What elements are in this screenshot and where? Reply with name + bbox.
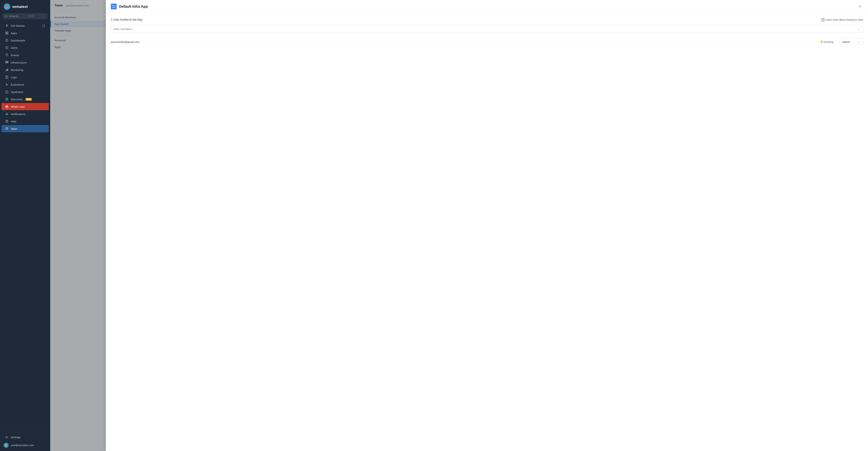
sidebar-item-label: Infrastructure xyxy=(11,61,27,64)
progress-icon xyxy=(42,24,45,27)
logo-icon: 🐙 xyxy=(4,3,10,10)
svg-rect-7 xyxy=(7,32,8,33)
synthetics-icon xyxy=(5,90,9,94)
help-circle-icon: ? xyxy=(822,18,825,21)
sidebar-item-label: Get Started xyxy=(11,24,25,27)
sidebar-item-alerts[interactable]: Alerts xyxy=(1,44,49,51)
search-placeholder: Jump to... xyxy=(9,15,27,18)
member-email: jazzmorello@gmail.com xyxy=(111,40,818,43)
sidebar-item-settings[interactable]: Settings xyxy=(1,433,49,441)
experience-icon xyxy=(5,83,9,86)
sidebar-item-label: Logs xyxy=(11,76,17,79)
filter-input[interactable] xyxy=(114,27,858,31)
sidebar-item-experience[interactable]: Experience xyxy=(1,81,49,88)
status-text: Pending xyxy=(824,40,833,43)
svg-rect-19 xyxy=(7,69,7,71)
svg-point-3 xyxy=(7,26,7,26)
grid-icon xyxy=(5,31,9,35)
sidebar-item-label: Events xyxy=(11,54,19,57)
role-select-value: Admin xyxy=(842,40,857,43)
sidebar-item-whats-new[interactable]: What's new xyxy=(1,103,49,110)
monitoring-icon xyxy=(5,68,9,71)
events-icon xyxy=(5,53,9,57)
sidebar-item-events[interactable]: Events xyxy=(1,52,49,59)
sidebar-item-label: Notifications xyxy=(11,113,26,116)
sidebar-item-team[interactable]: Team xyxy=(1,125,49,132)
svg-rect-18 xyxy=(6,70,7,71)
notifications-icon xyxy=(5,112,9,116)
modal-info-bar: 1 User Invited to the App ? Learn more a… xyxy=(111,18,863,21)
filter-chevron-icon: ⌄ xyxy=(858,27,860,31)
learn-more-text: Learn more about sharing & roles xyxy=(826,18,863,21)
sidebar-item-label: Synthetics xyxy=(11,90,23,93)
sidebar-item-help[interactable]: Help xyxy=(1,118,49,125)
user-count: 1 User Invited to the App xyxy=(111,18,142,21)
sidebar-item-label: Monitoring xyxy=(11,68,23,71)
infrastructure-icon xyxy=(5,61,9,64)
filter-bar[interactable]: ⌄ xyxy=(111,25,863,33)
search-bar[interactable]: Jump to... Ctrl+K xyxy=(2,13,48,19)
sidebar-item-synthetics[interactable]: Synthetics xyxy=(1,88,49,95)
svg-rect-17 xyxy=(6,70,6,71)
search-shortcut: Ctrl+K xyxy=(28,15,45,18)
svg-rect-8 xyxy=(6,33,6,34)
sidebar-user[interactable]: U user@sematext.com xyxy=(0,441,50,450)
status-dot xyxy=(820,41,823,43)
sidebar-item-label: Apps xyxy=(11,32,17,35)
sidebar-item-logs[interactable]: Logs xyxy=(1,73,49,81)
sidebar-item-get-started[interactable]: Get Started xyxy=(1,22,49,29)
avatar: U xyxy=(4,443,9,448)
modal-overlay: Default Infra App × 1 User Invited to th… xyxy=(50,0,868,451)
sidebar-item-label: Discovery xyxy=(11,98,23,101)
member-row: jazzmorello@gmail.com Pending Admin ⌄ xyxy=(111,36,863,48)
sidebar-settings-label: Settings xyxy=(11,436,21,439)
modal-app-icon xyxy=(111,4,117,9)
logo[interactable]: 🐙 sematext xyxy=(0,0,50,13)
sidebar-item-dashboards[interactable]: Dashboards xyxy=(1,37,49,44)
role-select[interactable]: Admin ⌄ xyxy=(840,38,863,45)
svg-point-26 xyxy=(6,128,7,128)
logs-icon xyxy=(5,76,9,79)
modal-title: Default Infra App xyxy=(119,4,855,9)
svg-rect-20 xyxy=(8,68,8,71)
sidebar-footer: Settings U user@sematext.com xyxy=(0,432,50,451)
role-chevron-icon: ⌄ xyxy=(858,40,860,43)
sidebar-item-monitoring[interactable]: Monitoring xyxy=(1,66,49,73)
svg-point-12 xyxy=(7,48,7,49)
svg-text:🐙: 🐙 xyxy=(5,5,9,9)
sidebar-item-label: Dashboards xyxy=(11,39,25,42)
sidebar-item-label: Team xyxy=(11,127,18,130)
user-email: user@sematext.com xyxy=(11,444,34,447)
main-content: Team user@sematext.com Account Members A… xyxy=(50,0,868,451)
alerts-icon xyxy=(5,46,9,50)
modal-body: 1 User Invited to the App ? Learn more a… xyxy=(106,13,868,451)
svg-rect-6 xyxy=(6,32,6,33)
sidebar-item-label: Help xyxy=(11,120,16,123)
sidebar: 🐙 sematext Jump to... Ctrl+K Get Started xyxy=(0,0,50,451)
learn-more-link[interactable]: ? Learn more about sharing & roles xyxy=(822,18,863,21)
sidebar-item-discovery[interactable]: Discovery NEW xyxy=(1,96,49,103)
sidebar-item-infrastructure[interactable]: Infrastructure xyxy=(1,59,49,66)
dashboards-icon xyxy=(5,38,9,42)
sidebar-item-label: Experience xyxy=(11,83,24,86)
close-button[interactable]: × xyxy=(857,4,863,9)
sidebar-nav: Get Started Apps xyxy=(0,21,50,432)
rocket-icon xyxy=(5,24,9,27)
sidebar-item-apps[interactable]: Apps xyxy=(1,29,49,37)
new-badge: NEW xyxy=(26,98,32,101)
svg-point-25 xyxy=(7,122,7,122)
svg-point-15 xyxy=(8,61,8,62)
sidebar-item-label: Alerts xyxy=(11,46,18,49)
settings-icon xyxy=(5,435,9,439)
svg-point-16 xyxy=(8,62,8,63)
svg-point-28 xyxy=(6,437,7,438)
status-badge: Pending xyxy=(820,40,837,43)
svg-rect-9 xyxy=(7,33,8,34)
logo-text: sematext xyxy=(12,5,28,9)
help-icon xyxy=(5,120,9,123)
svg-rect-21 xyxy=(6,76,8,79)
sidebar-item-notifications[interactable]: Notifications xyxy=(1,110,49,118)
svg-point-27 xyxy=(7,128,8,128)
gift-icon xyxy=(5,105,9,109)
team-icon xyxy=(5,127,9,130)
